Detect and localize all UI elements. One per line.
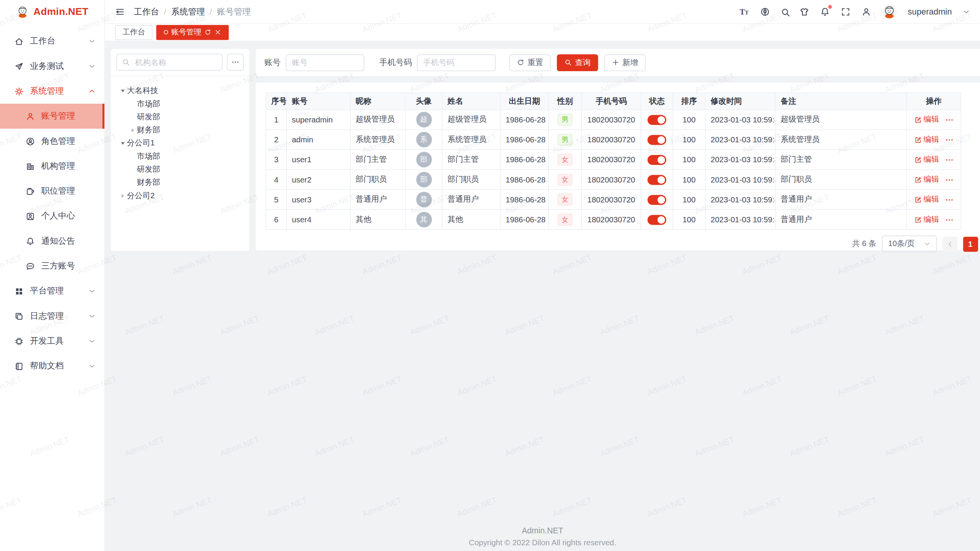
sidebar-subitem-position[interactable]: 职位管理	[0, 179, 105, 204]
sidebar-item-home[interactable]: 工作台	[0, 29, 105, 54]
sidebar-item-label: 业务测试	[30, 60, 64, 72]
row-actions: 编辑	[912, 194, 956, 205]
tree-node[interactable]: 市场部	[114, 150, 246, 163]
refresh-icon[interactable]	[204, 29, 211, 36]
mascot-logo-icon	[16, 5, 30, 19]
sidebar-item-label: 工作台	[30, 36, 55, 47]
add-button[interactable]: 新增	[604, 54, 646, 71]
tree-node[interactable]: 研发部	[114, 111, 246, 124]
sidebar-item-log[interactable]: 日志管理	[0, 303, 105, 328]
sidebar-subitem-role[interactable]: 角色管理	[0, 129, 105, 153]
more-actions-icon[interactable]	[945, 175, 954, 184]
collapse-menu-icon[interactable]	[115, 7, 125, 16]
caret-right-icon[interactable]	[118, 192, 127, 200]
caret-right-icon[interactable]	[128, 127, 137, 134]
font-size-icon[interactable]: TT	[740, 7, 750, 16]
edit-button[interactable]: 编辑	[914, 214, 939, 225]
cell-sort: 100	[673, 170, 706, 189]
edit-button[interactable]: 编辑	[914, 194, 939, 205]
column-header-account: 账号	[287, 93, 351, 109]
more-actions-icon[interactable]	[945, 155, 954, 164]
cell-avatar: 超	[405, 110, 442, 130]
row-avatar: 系	[416, 132, 432, 147]
cell-phone: 18020030720	[581, 190, 641, 210]
sidebar-item-grid[interactable]: 平台管理	[0, 279, 105, 303]
cell-name: 超级管理员	[442, 110, 500, 130]
cell-time: 2023-01-03 10:59:44	[705, 170, 775, 189]
chevron-down-icon[interactable]	[962, 8, 970, 15]
prev-page-button[interactable]	[942, 236, 957, 251]
more-actions-icon[interactable]	[945, 115, 954, 124]
tab-active[interactable]: 账号管理	[156, 24, 229, 39]
close-icon[interactable]	[214, 29, 221, 36]
theme-icon[interactable]	[800, 7, 810, 16]
breadcrumb-item[interactable]: 工作台	[134, 6, 159, 17]
sidebar-item-cpu[interactable]: 开发工具	[0, 329, 105, 354]
caret-down-icon[interactable]	[118, 87, 127, 95]
cell-ops: 编辑	[906, 110, 961, 130]
cell-phone: 18020030720	[581, 170, 641, 189]
row-avatar: 超	[416, 112, 432, 127]
content-area: 大名科技市场部研发部财务部分公司1市场部研发部财务部分公司2 账号 手机号码 重…	[105, 41, 980, 551]
search-button[interactable]: 查询	[557, 54, 598, 71]
current-page-button[interactable]: 1	[963, 236, 978, 251]
reset-button[interactable]: 重置	[510, 54, 551, 71]
sidebar-item-label: 系统管理	[30, 86, 64, 97]
row-actions: 编辑	[912, 114, 956, 125]
cell-sort: 100	[673, 190, 706, 210]
sidebar-item-send[interactable]: 业务测试	[0, 54, 105, 78]
breadcrumb-item[interactable]: 系统管理	[171, 6, 205, 17]
status-toggle[interactable]	[647, 135, 666, 145]
fullscreen-icon[interactable]	[841, 7, 851, 16]
announcement-bell-icon	[26, 236, 35, 246]
tree-node[interactable]: 分公司2	[114, 189, 246, 202]
edit-button[interactable]: 编辑	[914, 154, 939, 165]
edit-button[interactable]: 编辑	[914, 174, 939, 185]
sidebar-item-gear[interactable]: 系统管理	[0, 79, 105, 104]
gender-tag: 女	[557, 174, 572, 186]
status-toggle[interactable]	[647, 195, 666, 205]
language-icon[interactable]	[760, 7, 770, 16]
page-size-select[interactable]: 10条/页	[882, 236, 937, 253]
sidebar-subitem-account-user[interactable]: 账号管理	[0, 104, 105, 129]
account-filter-input[interactable]	[286, 54, 364, 71]
status-toggle[interactable]	[647, 174, 666, 184]
notification-bell-icon[interactable]	[820, 7, 830, 16]
search-icon[interactable]	[781, 8, 789, 16]
sidebar-item-docs[interactable]: 帮助文档	[0, 354, 105, 378]
sidebar-subitem-third-party-chat[interactable]: 三方账号	[0, 254, 105, 279]
tree-more-button[interactable]	[227, 54, 244, 70]
cell-birth: 1986-06-28	[500, 130, 549, 150]
username-label[interactable]: superadmin	[908, 7, 952, 16]
user-avatar[interactable]	[882, 4, 897, 19]
user-icon[interactable]	[862, 7, 872, 16]
edit-button[interactable]: 编辑	[914, 134, 939, 145]
tree-node[interactable]: 财务部	[114, 176, 246, 189]
tree-node[interactable]: 市场部	[114, 98, 246, 111]
sidebar-subitem-organization[interactable]: 机构管理	[0, 154, 105, 179]
edit-button[interactable]: 编辑	[914, 114, 939, 125]
caret-down-icon[interactable]	[118, 140, 127, 147]
edit-icon	[914, 216, 922, 223]
tree-node[interactable]: 财务部	[114, 124, 246, 137]
cell-nickname: 普通用户	[350, 190, 405, 210]
edit-label: 编辑	[923, 114, 939, 125]
org-search-input[interactable]	[134, 57, 217, 67]
tree-node[interactable]: 大名科技	[114, 84, 246, 97]
column-header-phone: 手机号码	[581, 93, 641, 109]
tree-node[interactable]: 研发部	[114, 163, 246, 176]
cell-name: 普通用户	[442, 190, 500, 210]
status-toggle[interactable]	[647, 115, 666, 125]
tree-node[interactable]: 分公司1	[114, 137, 246, 150]
status-toggle[interactable]	[647, 155, 666, 165]
more-actions-icon[interactable]	[945, 135, 954, 144]
more-actions-icon[interactable]	[945, 215, 954, 224]
sidebar-subitem-profile[interactable]: 个人中心	[0, 204, 105, 228]
more-actions-icon[interactable]	[945, 195, 954, 204]
tab-0[interactable]: 工作台	[115, 24, 152, 39]
top-bar: 工作台/系统管理/账号管理 TTsuperadmin	[105, 0, 980, 24]
phone-filter-input[interactable]	[417, 54, 496, 71]
edit-icon	[914, 136, 922, 143]
sidebar-subitem-announcement-bell[interactable]: 通知公告	[0, 229, 105, 254]
status-toggle[interactable]	[647, 215, 666, 225]
